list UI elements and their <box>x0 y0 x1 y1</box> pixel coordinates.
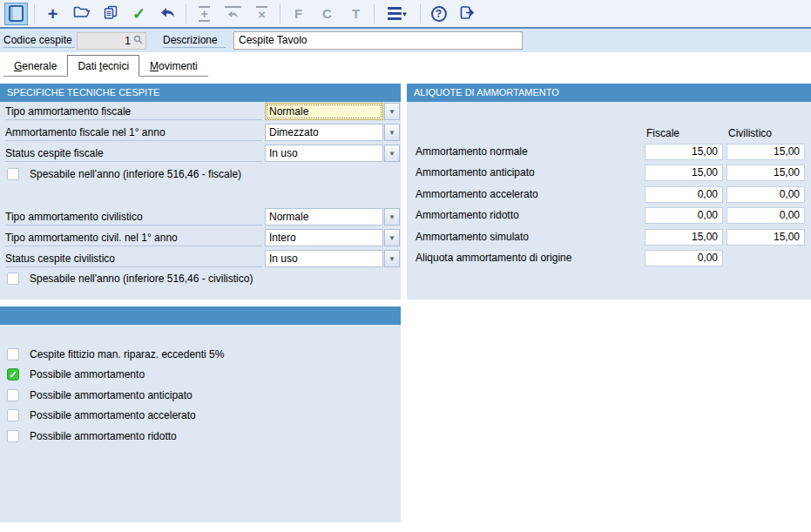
panel-body: Tipo ammortamento fiscale Normale ▼ Ammo… <box>0 102 401 300</box>
rate-value-civilistico[interactable]: 0,00 <box>727 207 805 224</box>
checkbox-label: Spesabile nell'anno (inferiore 516,46 - … <box>30 168 241 180</box>
rate-value-fiscale[interactable]: 0,00 <box>645 207 723 224</box>
checkbox-label: Possibile ammortamento <box>30 368 145 380</box>
form-view-icon <box>9 5 24 22</box>
checkbox-label: Spesabile nell'anno (inferiore 516,46 - … <box>30 273 253 285</box>
rate-value-fiscale[interactable]: 0,00 <box>645 250 723 266</box>
copy-button[interactable] <box>98 3 122 25</box>
chevron-down-icon[interactable]: ▼ <box>384 208 400 226</box>
menu-button[interactable]: ▾ <box>381 3 414 25</box>
description-label: Descrizione <box>163 32 226 48</box>
rate-label: Ammortamento anticipato <box>416 165 640 181</box>
rate-label: Ammortamento simulato <box>416 229 640 246</box>
column-header-fiscale: Fiscale <box>645 127 679 139</box>
checkbox-label: Possibile ammortamento accelerato <box>30 409 196 421</box>
c-function-button[interactable]: C <box>315 3 339 25</box>
panel-specifiche-tecniche: SPECIFICHE TECNICHE CESPITE Tipo ammorta… <box>0 84 401 300</box>
rate-value-civilistico[interactable]: 15,00 <box>727 229 805 246</box>
chevron-down-icon[interactable]: ▼ <box>384 145 400 162</box>
record-header-bar: Codice cespite 1 Descrizione Cespite Tav… <box>0 29 811 52</box>
panel-title <box>0 306 401 325</box>
undo-button[interactable] <box>156 3 179 25</box>
chevron-down-icon[interactable]: ▼ <box>384 250 400 267</box>
code-field[interactable]: 1 <box>77 32 146 50</box>
grid-delete-row-button[interactable]: × <box>250 3 274 25</box>
open-button[interactable] <box>70 3 93 25</box>
combo-tipo-ammortamento-fiscale[interactable]: Normale <box>265 103 383 120</box>
field-label: Status cespite civilistico <box>5 250 262 267</box>
grid-add-row-button[interactable]: + <box>193 3 216 25</box>
grid-restore-row-button[interactable] <box>221 3 245 25</box>
app-window: + ✓ + × F C T ▾ ? Codice cespite 1 Descr… <box>0 0 811 532</box>
checkbox-spesabile-fiscale[interactable] <box>7 168 19 180</box>
panel-body: Cespite fittizio man. riparaz. eccedenti… <box>0 325 401 522</box>
tab-generale[interactable]: Generale <box>3 56 67 76</box>
tab-dati-tecnici[interactable]: Dati tecnici <box>67 55 139 77</box>
rate-value-fiscale[interactable]: 15,00 <box>645 144 723 160</box>
rate-label: Aliquota ammortamento di origine <box>416 250 640 266</box>
rate-value-civilistico[interactable]: 15,00 <box>727 144 805 160</box>
tab-movimenti[interactable]: Movimenti <box>139 56 208 76</box>
combo-status-cespite-civilistico[interactable]: In uso <box>265 250 383 267</box>
check-icon: ✓ <box>9 369 17 380</box>
help-button[interactable]: ? <box>427 3 450 25</box>
exit-button[interactable] <box>456 3 479 25</box>
chevron-down-icon[interactable]: ▼ <box>384 124 400 141</box>
search-icon[interactable] <box>133 35 143 47</box>
rate-value-civilistico[interactable]: 15,00 <box>727 165 805 181</box>
toolbar-separator <box>420 4 421 24</box>
chevron-down-icon[interactable]: ▼ <box>384 103 400 120</box>
rate-label: Ammortamento normale <box>416 144 640 160</box>
rate-value-fiscale[interactable]: 15,00 <box>645 165 723 181</box>
panel-body: Fiscale Civilistico Ammortamento normale… <box>407 102 811 300</box>
copy-icon <box>103 5 118 23</box>
checkbox-possibile-ammortamento[interactable]: ✓ <box>7 368 19 380</box>
letter-c-icon: C <box>322 6 332 21</box>
grid-delete-row-icon: × <box>256 6 267 21</box>
grid-add-row-icon: + <box>199 6 209 22</box>
toolbar: + ✓ + × F C T ▾ ? <box>0 0 811 29</box>
toolbar-separator <box>280 4 280 24</box>
folder-icon <box>73 5 91 22</box>
f-function-button[interactable]: F <box>287 3 310 25</box>
checkbox-possibile-ammortamento-ridotto[interactable] <box>7 430 19 442</box>
plus-icon: + <box>48 5 58 23</box>
combo-ammortamento-fiscale-primo-anno[interactable]: Dimezzato <box>265 124 383 141</box>
code-label: Codice cespite <box>3 32 75 48</box>
rate-label: Ammortamento ridotto <box>416 207 640 224</box>
letter-f-icon: F <box>294 6 302 21</box>
confirm-button[interactable]: ✓ <box>127 3 151 25</box>
chevron-down-icon[interactable]: ▼ <box>384 229 400 246</box>
check-icon: ✓ <box>132 6 145 22</box>
t-function-button[interactable]: T <box>344 3 368 25</box>
exit-icon <box>459 5 476 23</box>
checkbox-label: Cespite fittizio man. riparaz. eccedenti… <box>30 348 224 360</box>
checkbox-spesabile-civilistico[interactable] <box>7 273 19 285</box>
tab-bar: Generale Dati tecnici Movimenti <box>3 55 208 77</box>
panel-title: ALIQUOTE DI AMMORTAMENTO <box>407 84 811 102</box>
checkbox-cespite-fittizio[interactable] <box>7 348 19 360</box>
combo-status-cespite-fiscale[interactable]: In uso <box>265 145 383 162</box>
grid-restore-row-icon <box>225 6 241 22</box>
panel-flags: Cespite fittizio man. riparaz. eccedenti… <box>0 306 401 522</box>
menu-icon <box>388 7 402 20</box>
field-label: Tipo ammortamento civil. nel 1° anno <box>5 229 262 246</box>
field-label: Status cespite fiscale <box>5 145 262 162</box>
form-view-button[interactable] <box>4 3 28 25</box>
checkbox-possibile-ammortamento-anticipato[interactable] <box>7 389 19 401</box>
rate-value-fiscale[interactable]: 0,00 <box>645 186 723 203</box>
field-label: Ammortamento fiscale nel 1° anno <box>5 124 262 141</box>
new-record-button[interactable]: + <box>41 3 64 25</box>
field-label: Tipo ammortamento fiscale <box>5 103 262 120</box>
description-field[interactable]: Cespite Tavolo <box>233 31 523 50</box>
checkbox-possibile-ammortamento-accelerato[interactable] <box>7 409 19 421</box>
combo-tipo-ammortamento-civilistico[interactable]: Normale <box>265 208 383 226</box>
rate-value-civilistico[interactable]: 0,00 <box>727 186 805 203</box>
field-label: Tipo ammortamento civilistico <box>5 208 262 226</box>
code-value: 1 <box>125 35 131 47</box>
rate-value-fiscale[interactable]: 15,00 <box>645 229 723 246</box>
panel-title: SPECIFICHE TECNICHE CESPITE <box>0 84 401 102</box>
checkbox-label: Possibile ammortamento ridotto <box>30 430 177 442</box>
combo-tipo-ammortamento-civil-primo-anno[interactable]: Intero <box>265 229 383 246</box>
toolbar-separator <box>186 4 186 24</box>
